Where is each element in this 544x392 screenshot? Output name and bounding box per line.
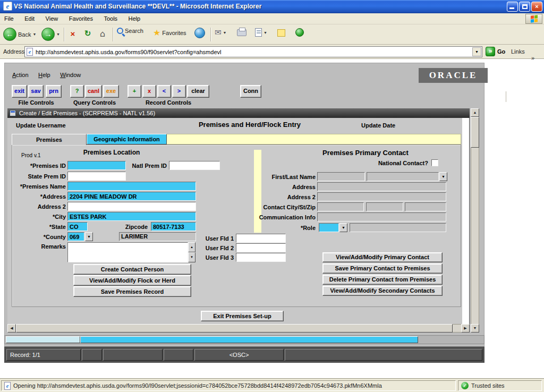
back-button[interactable]: ← Back ▼ [3, 28, 36, 41]
menu-file[interactable]: File [0, 14, 18, 25]
premises-id-field[interactable] [67, 161, 126, 170]
previous-record-button[interactable]: < [157, 85, 171, 98]
view-add-modify-secondary-contacts-button[interactable]: View/Add/Modify Secondary Contacts [322, 286, 443, 296]
applet-menu-window[interactable]: Window [56, 70, 84, 80]
print-control-button[interactable]: prn [46, 85, 62, 98]
favorites-button[interactable]: ★ Favorites [153, 28, 186, 38]
print-button[interactable] [237, 29, 246, 36]
forward-button[interactable]: → ▼ [41, 28, 60, 41]
create-contact-person-button[interactable]: Create Contact Person [73, 264, 191, 275]
delete-record-button[interactable]: x [142, 85, 156, 98]
menu-help[interactable]: Help [124, 14, 145, 25]
search-button[interactable]: Search [117, 28, 143, 34]
premises-id-label: *Premises ID [13, 163, 66, 169]
state-prem-id-field[interactable] [67, 172, 126, 181]
close-button[interactable]: × [531, 2, 542, 12]
menu-view[interactable]: View [41, 14, 63, 25]
premises-location-heading: Premises Location [69, 149, 154, 156]
contact-address-field[interactable] [317, 182, 446, 191]
execute-query-button[interactable]: exe [103, 85, 119, 98]
state-field[interactable] [67, 222, 88, 231]
communication-info-field[interactable] [317, 212, 446, 221]
links-button[interactable]: Links » [511, 48, 544, 61]
menu-tools[interactable]: Tools [99, 14, 122, 25]
links-chevron-icon[interactable]: » [531, 55, 534, 61]
menu-edit[interactable]: Edit [20, 14, 39, 25]
menu-favorites[interactable]: Favorites [65, 14, 97, 25]
scroll-left-icon[interactable]: ◀ [7, 324, 16, 333]
tab-premises[interactable]: Premises [12, 134, 87, 145]
address-input-box[interactable]: e ▼ [24, 46, 482, 57]
national-contact-checkbox[interactable] [431, 159, 438, 166]
horizontal-scroll-thumb[interactable] [16, 324, 453, 333]
address2-field[interactable] [67, 202, 196, 211]
contact-address2-field[interactable] [317, 192, 446, 201]
address-field[interactable] [67, 192, 196, 201]
save-premises-record-button[interactable]: Save Premises Record [73, 286, 191, 297]
address-dropdown-icon[interactable]: ▼ [472, 47, 481, 56]
exit-premises-setup-button[interactable]: Exit Premises Set-up [201, 311, 284, 321]
mail-dropdown-icon[interactable]: ▼ [223, 31, 227, 35]
contact-city-field[interactable] [317, 202, 364, 211]
forms-window-title-bar[interactable]: Create / Edit Premises - (SCRPREMS - NAT… [7, 108, 470, 118]
remarks-scroll-up-icon[interactable]: ▲ [188, 242, 196, 252]
stop-button[interactable]: × [67, 28, 79, 39]
cancel-query-button[interactable]: canl [85, 85, 102, 98]
user-fld2-field[interactable] [236, 243, 286, 252]
conn-button[interactable]: Conn [240, 85, 261, 98]
county-dropdown-icon[interactable]: ▼ [85, 232, 93, 241]
messenger-button[interactable] [295, 28, 304, 37]
edit-dropdown-icon[interactable]: ▼ [264, 31, 267, 35]
remarks-scroll-down-icon[interactable]: ▼ [188, 252, 196, 262]
title-bar[interactable]: e VS National Animal Health and Surveill… [0, 0, 544, 13]
role-dropdown-icon[interactable]: ▼ [339, 223, 347, 232]
remarks-field[interactable] [67, 242, 188, 262]
tab-geographic-information[interactable]: Geographic Information [87, 134, 167, 144]
natl-prem-id-field[interactable] [169, 161, 220, 170]
forward-dropdown-icon[interactable]: ▼ [56, 32, 60, 36]
first-name-field[interactable] [317, 172, 365, 181]
go-button[interactable]: » Go [486, 47, 505, 56]
user-fld1-field[interactable] [236, 234, 286, 243]
discuss-button[interactable] [277, 29, 285, 37]
scroll-up-icon[interactable]: ▲ [471, 108, 479, 117]
city-field[interactable] [67, 212, 196, 221]
contact-state-field[interactable] [366, 202, 403, 211]
name-dropdown-icon[interactable]: ▼ [439, 172, 447, 181]
county-field[interactable] [67, 232, 84, 241]
add-record-button[interactable]: + [128, 85, 141, 98]
save-button[interactable]: sav [28, 85, 44, 98]
contact-zip-field[interactable] [405, 202, 446, 211]
forms-window-title: Create / Edit Premises - (SCRPREMS - NAT… [19, 110, 155, 116]
role-field[interactable] [319, 223, 339, 232]
back-dropdown-icon[interactable]: ▼ [32, 32, 36, 36]
mail-button[interactable]: ✉ ▼ [215, 28, 227, 37]
status-message-cell: e Opening http://ahsmdevtest.aphis.usda.… [1, 380, 456, 391]
edit-button[interactable]: ▼ [255, 28, 267, 37]
minimize-button[interactable] [507, 2, 518, 12]
delete-primary-contact-button[interactable]: Delete Primary Contact from Premises [322, 275, 443, 285]
clear-button[interactable]: clear [187, 85, 209, 98]
exit-button[interactable]: exit [12, 85, 27, 98]
zipcode-field[interactable] [151, 222, 196, 231]
refresh-button[interactable]: ↻ [82, 28, 94, 39]
premises-name-field[interactable] [67, 182, 196, 191]
applet-menu-help[interactable]: Help [35, 70, 54, 80]
address-input[interactable] [36, 47, 470, 56]
applet-menu-action[interactable]: Action [8, 70, 32, 80]
next-record-button[interactable]: > [172, 85, 186, 98]
view-add-modify-primary-contact-button[interactable]: View/Add/Modify Primary Contact [322, 252, 443, 262]
role-name-field [350, 223, 446, 232]
maximize-button[interactable] [519, 2, 530, 12]
communication-info-label: Communication Info [250, 214, 316, 220]
last-name-field[interactable] [367, 172, 439, 181]
user-fld3-field[interactable] [236, 253, 286, 262]
scroll-down-icon[interactable]: ▼ [471, 324, 479, 333]
view-add-modify-flock-button[interactable]: View/Add/Modify Flock or Herd [73, 275, 191, 286]
home-button[interactable]: ⌂ [97, 28, 108, 39]
vertical-scroll-thumb[interactable] [471, 117, 479, 148]
query-button[interactable]: ? [70, 85, 84, 98]
save-primary-contact-button[interactable]: Save Primary Contact to Premises [322, 263, 443, 274]
history-button[interactable] [194, 28, 205, 38]
scroll-right-icon[interactable]: ▶ [461, 324, 470, 333]
